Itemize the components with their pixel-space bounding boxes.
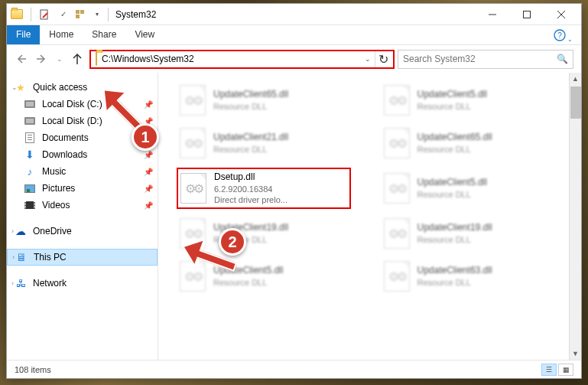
sidebar-label: Videos [42, 200, 70, 210]
annotation-marker-1: 1 [132, 123, 159, 151]
view-icons-button[interactable]: ▦ [558, 364, 573, 376]
close-button[interactable] [544, 4, 578, 24]
qat-dropdown-icon[interactable]: ▾ [93, 11, 101, 18]
pin-icon: 📌 [144, 168, 153, 176]
file-item[interactable]: ⚙⚙UpdateClient63.dllResource DLL [381, 258, 576, 295]
folder-icon [96, 52, 97, 66]
videos-icon [24, 199, 36, 211]
file-list: ⚙⚙UpdateClient65.dllResource DLL ⚙⚙Updat… [158, 73, 581, 360]
file-item[interactable]: ⚙⚙UpdateClient5.dllResource DLL [381, 168, 576, 209]
scroll-down-icon[interactable]: ▼ [570, 347, 581, 360]
dll-icon: ⚙⚙ [180, 85, 206, 116]
help-button[interactable]: ?⌄ [546, 25, 581, 44]
file-item[interactable]: ⚙⚙UpdateClient19.dllResource DLL [177, 215, 372, 252]
network-icon: 🖧 [15, 277, 27, 289]
dll-icon: ⚙⚙ [180, 173, 206, 204]
navbar: ⌄ C:\Windows\System32 ⌄ ↻ 🔍 [7, 45, 581, 73]
maximize-button[interactable] [509, 4, 544, 24]
up-button[interactable] [68, 50, 86, 68]
sidebar-label: Music [42, 166, 66, 177]
annotation-marker-2: 2 [219, 228, 246, 256]
sidebar-item-downloads[interactable]: ⬇Downloads📌 [7, 146, 158, 163]
downloads-icon: ⬇ [24, 148, 36, 161]
svg-rect-2 [80, 10, 84, 14]
back-button[interactable] [11, 50, 30, 68]
dll-icon: ⚙⚙ [180, 128, 206, 158]
explorer-window: ▾ System32 File Home Share View ?⌄ ⌄ C:\… [6, 3, 582, 379]
titlebar: ▾ System32 [7, 4, 581, 25]
sidebar-item-pictures[interactable]: Pictures📌 [7, 180, 158, 197]
sidebar-label: Local Disk (C:) [42, 99, 102, 109]
view-details-button[interactable]: ☰ [541, 364, 557, 376]
scroll-up-icon[interactable]: ▲ [570, 73, 581, 85]
forward-button[interactable] [33, 50, 51, 68]
scrollbar[interactable]: ▲ ▼ [569, 73, 581, 360]
file-name: Dsetup.dll [214, 171, 288, 184]
disk-icon [24, 115, 36, 127]
recent-dropdown[interactable]: ⌄ [54, 50, 65, 68]
file-desc: Direct driver prelo... [214, 194, 288, 205]
pin-icon: 📌 [144, 100, 153, 109]
dll-icon: ⚙⚙ [384, 173, 410, 204]
sidebar-label: Downloads [42, 149, 87, 160]
dll-icon: ⚙⚙ [384, 128, 410, 158]
qat-check-icon[interactable] [57, 8, 70, 21]
sidebar-item-videos[interactable]: Videos📌 [7, 197, 158, 214]
qat-folder-icon[interactable] [10, 8, 24, 21]
separator [108, 8, 109, 21]
sidebar: ⌄★Quick access Local Disk (C:)📌 Local Di… [7, 73, 158, 360]
dll-icon: ⚙⚙ [180, 261, 206, 292]
sidebar-label: Local Disk (D:) [42, 116, 102, 126]
tab-file[interactable]: File [7, 25, 40, 44]
file-item[interactable]: ⚙⚙UpdateClient19.dllResource DLL [381, 215, 576, 252]
tab-home[interactable]: Home [40, 25, 83, 44]
qat-properties-icon[interactable] [38, 8, 52, 21]
pc-icon: 🖥 [15, 251, 28, 263]
pictures-icon [24, 182, 36, 194]
file-item[interactable]: ⚙⚙UpdateClient65.dllResource DLL [177, 82, 372, 119]
tab-share[interactable]: Share [83, 25, 125, 44]
cloud-icon: ☁ [15, 225, 27, 237]
qat-view-icon[interactable] [75, 8, 89, 21]
pin-icon: 📌 [144, 201, 153, 210]
scroll-thumb[interactable] [570, 86, 581, 119]
file-item[interactable]: ⚙⚙UpdateClient21.dllResource DLL [177, 125, 372, 162]
search-icon: 🔍 [557, 54, 568, 64]
sidebar-item-disk-c[interactable]: Local Disk (C:)📌 [7, 96, 158, 113]
svg-text:?: ? [557, 31, 562, 40]
statusbar: 108 items ☰ ▦ [7, 360, 581, 378]
file-item[interactable]: ⚙⚙UpdateClient65.dllResource DLL [381, 125, 576, 162]
documents-icon [24, 132, 36, 144]
sidebar-item-music[interactable]: ♪Music📌 [7, 163, 158, 180]
file-version: 6.2.9200.16384 [214, 184, 288, 194]
sidebar-onedrive[interactable]: ›☁OneDrive [7, 223, 158, 240]
sidebar-this-pc[interactable]: ›🖥This PC [7, 249, 158, 266]
disk-icon [24, 98, 36, 110]
sidebar-label: Network [33, 278, 67, 289]
svg-rect-3 [76, 15, 80, 18]
address-path[interactable]: C:\Windows\System32 [100, 54, 361, 64]
sidebar-label: This PC [34, 252, 67, 263]
dll-icon: ⚙⚙ [384, 218, 410, 249]
music-icon: ♪ [24, 165, 36, 178]
sidebar-label: Documents [42, 132, 89, 143]
sidebar-network[interactable]: ›🖧Network [7, 275, 158, 292]
file-item-highlighted[interactable]: ⚙⚙ Dsetup.dll 6.2.9200.16384 Direct driv… [177, 168, 351, 209]
minimize-button[interactable] [475, 4, 509, 24]
address-dropdown-icon[interactable]: ⌄ [361, 55, 375, 63]
pin-icon: 📌 [144, 151, 153, 159]
search-input[interactable] [403, 54, 557, 64]
dll-icon: ⚙⚙ [384, 261, 410, 292]
refresh-button[interactable]: ↻ [375, 51, 391, 67]
sidebar-quick-access[interactable]: ⌄★Quick access [7, 79, 158, 96]
window-title: System32 [115, 9, 156, 20]
sidebar-label: Pictures [42, 183, 75, 194]
file-item[interactable]: ⚙⚙UpdateClient5.dllResource DLL [381, 82, 576, 119]
ribbon: File Home Share View ?⌄ [7, 25, 581, 45]
item-count: 108 items [15, 365, 51, 374]
address-bar[interactable]: C:\Windows\System32 ⌄ ↻ [89, 50, 395, 69]
file-item[interactable]: ⚙⚙UpdateClient5.dllResource DLL [177, 258, 372, 295]
search-box[interactable]: 🔍 [398, 50, 573, 69]
tab-view[interactable]: View [125, 25, 164, 44]
sidebar-label: OneDrive [33, 226, 72, 237]
